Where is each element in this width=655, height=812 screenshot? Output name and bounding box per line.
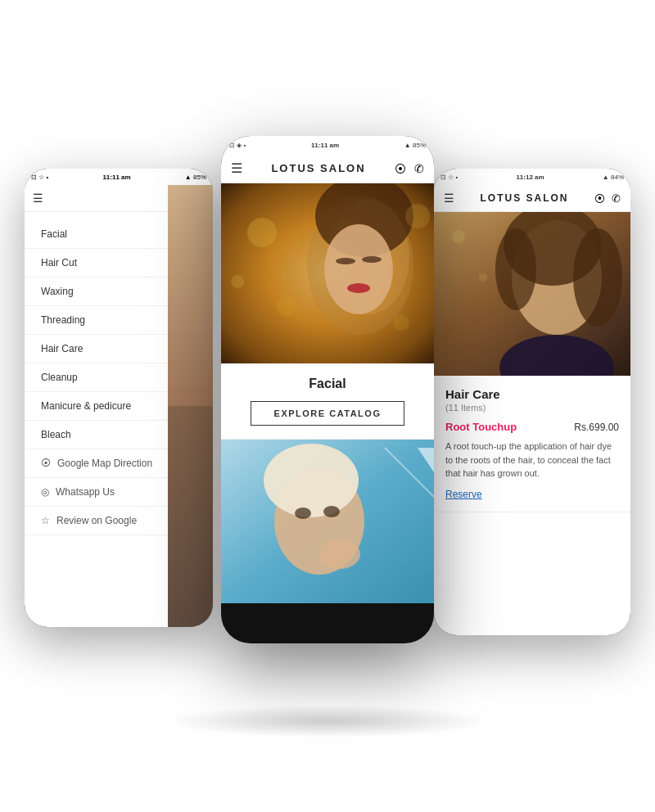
- right-items-count: (11 Items): [445, 403, 619, 413]
- phone-base-shadow: [164, 705, 491, 738]
- right-status-left: ⊡ ☆ •: [440, 174, 458, 181]
- phone-icon[interactable]: ✆: [414, 162, 424, 175]
- whatsapp-icon: [41, 486, 49, 498]
- center-hero-image: [221, 183, 434, 363]
- center-bottom-image: [221, 440, 434, 603]
- right-product-name: Root Touchup: [445, 421, 517, 433]
- svg-point-12: [393, 314, 409, 331]
- center-status-right: ▲ 85%: [404, 142, 426, 149]
- svg-point-15: [264, 444, 359, 517]
- left-status-bar: ⊡ ☆ • 11:11 am ▲ 85%: [25, 169, 213, 185]
- svg-point-27: [452, 230, 465, 243]
- svg-point-5: [336, 258, 355, 264]
- left-status-left: ⊡ ☆ •: [31, 174, 48, 181]
- right-app-logo: LOTUS SALON: [481, 192, 569, 204]
- center-status-left: ⊡ ◈ •: [229, 142, 246, 149]
- right-status-bar: ⊡ ☆ • 11:12 am ▲ 84%: [434, 169, 630, 185]
- left-side-image: [168, 185, 213, 627]
- right-phone-icon[interactable]: ✆: [612, 192, 621, 205]
- svg-point-6: [362, 256, 382, 263]
- center-header-icons: ⦿ ✆: [395, 162, 424, 175]
- center-app-header: ☰ LOTUS SALON ⦿ ✆: [221, 154, 434, 183]
- svg-point-16: [295, 508, 311, 519]
- left-screen: ☰ Facial Hair Cut Waxing Threading Hair …: [25, 185, 213, 627]
- location-icon[interactable]: ⦿: [395, 162, 406, 175]
- right-app-header: ☰ LOTUS SALON ⦿ ✆: [434, 185, 630, 212]
- center-app-logo: LOTUS SALON: [271, 162, 365, 174]
- right-screen: ☰ LOTUS SALON ⦿ ✆: [434, 185, 630, 635]
- svg-point-10: [231, 275, 244, 288]
- svg-point-4: [324, 224, 393, 314]
- right-product-card: Hair Care (11 Items) Root Touchup Rs.699…: [434, 376, 630, 512]
- phone-center: ⊡ ◈ • 11:11 am ▲ 85% ☰ LOTUS SALON ⦿ ✆: [221, 136, 434, 643]
- center-status-time: 11:11 am: [311, 142, 339, 149]
- right-reserve-link[interactable]: Reserve: [445, 489, 619, 500]
- svg-point-11: [405, 204, 430, 228]
- right-product-desc: A root touch-up the application of hair …: [445, 440, 619, 480]
- svg-point-8: [247, 218, 277, 247]
- star-icon: [41, 515, 50, 526]
- svg-point-25: [495, 228, 536, 310]
- right-location-icon[interactable]: ⦿: [594, 192, 605, 205]
- center-category-title: Facial: [234, 377, 421, 391]
- right-hero-image: [434, 212, 630, 376]
- right-status-right: ▲ 84%: [603, 174, 624, 181]
- left-status-right: ▲ 85%: [185, 174, 206, 181]
- svg-point-7: [347, 283, 370, 293]
- center-card: Facial EXPLORE CATALOG: [221, 363, 434, 440]
- left-status-time: 11:11 am: [102, 174, 130, 181]
- svg-point-24: [573, 228, 622, 327]
- svg-point-17: [323, 506, 340, 517]
- map-pin-icon: [41, 458, 51, 469]
- svg-point-18: [319, 539, 360, 569]
- right-header-icons: ⦿ ✆: [594, 192, 621, 205]
- phone-right: ⊡ ☆ • 11:12 am ▲ 84% ☰ LOTUS SALON ⦿ ✆: [434, 169, 630, 635]
- phone-left: ⊡ ☆ • 11:11 am ▲ 85% ☰ Facial Hair Cut W…: [25, 169, 213, 627]
- right-menu-icon[interactable]: ☰: [444, 192, 454, 205]
- center-status-bar: ⊡ ◈ • 11:11 am ▲ 85%: [221, 136, 434, 154]
- center-menu-icon[interactable]: ☰: [231, 160, 242, 176]
- svg-point-28: [479, 273, 487, 282]
- menu-icon[interactable]: ☰: [33, 192, 43, 205]
- phones-scene: ⊡ ☆ • 11:11 am ▲ 85% ☰ Facial Hair Cut W…: [25, 136, 630, 725]
- explore-catalog-button[interactable]: EXPLORE CATALOG: [251, 401, 405, 426]
- svg-point-9: [277, 296, 296, 316]
- right-product-row: Root Touchup Rs.699.00: [445, 421, 619, 433]
- right-product-price: Rs.699.00: [574, 422, 619, 433]
- right-status-time: 11:12 am: [516, 174, 544, 181]
- right-category-title: Hair Care: [445, 387, 619, 401]
